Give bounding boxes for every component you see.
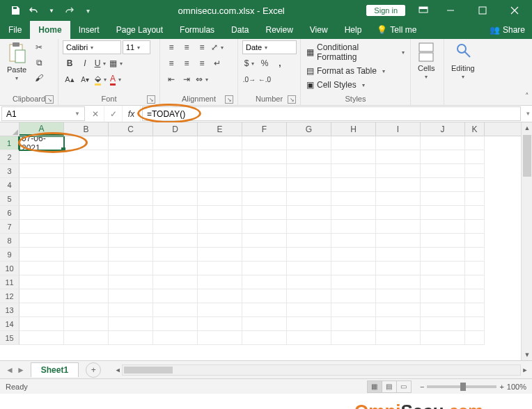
format-as-table-button[interactable]: ▤Format as Table▾: [305, 65, 406, 77]
cell[interactable]: [242, 289, 287, 303]
cell[interactable]: [198, 220, 242, 234]
cell[interactable]: [109, 150, 153, 164]
cell[interactable]: [465, 192, 485, 206]
cell[interactable]: [331, 164, 376, 178]
increase-font-icon[interactable]: A▴: [63, 72, 77, 86]
cell[interactable]: [109, 206, 153, 220]
scroll-right-icon[interactable]: ►: [520, 365, 530, 375]
collapse-ribbon-icon[interactable]: ˄: [525, 92, 529, 101]
cell[interactable]: [465, 303, 485, 317]
row-header[interactable]: 5: [0, 192, 19, 206]
cell[interactable]: [64, 331, 109, 345]
cell[interactable]: [376, 136, 421, 150]
cancel-formula-icon[interactable]: ✕: [86, 106, 104, 122]
row-header[interactable]: 12: [0, 289, 19, 303]
column-header[interactable]: K: [465, 122, 485, 136]
cell[interactable]: [287, 150, 331, 164]
cell[interactable]: [421, 178, 465, 192]
cell[interactable]: [465, 150, 485, 164]
cell[interactable]: [198, 262, 242, 275]
cell[interactable]: [421, 275, 465, 289]
cell[interactable]: [376, 248, 421, 262]
cell[interactable]: [19, 220, 64, 234]
cell[interactable]: [242, 192, 287, 206]
add-sheet-button[interactable]: +: [86, 362, 101, 378]
cell[interactable]: [376, 220, 421, 234]
border-icon[interactable]: ▦▾: [109, 56, 123, 70]
cell[interactable]: [198, 289, 242, 303]
number-format-combo[interactable]: Date▾: [242, 40, 297, 54]
cell[interactable]: [376, 234, 421, 248]
column-header[interactable]: E: [198, 122, 242, 136]
cell[interactable]: [465, 248, 485, 262]
cell[interactable]: [153, 164, 198, 178]
cell[interactable]: [465, 178, 485, 192]
decrease-indent-icon[interactable]: ⇤: [164, 72, 178, 86]
cell[interactable]: [198, 178, 242, 192]
cell[interactable]: [198, 150, 242, 164]
cell[interactable]: [465, 234, 485, 248]
cell[interactable]: [153, 275, 198, 289]
font-launcher[interactable]: ↘: [147, 95, 155, 104]
cell[interactable]: [198, 317, 242, 331]
font-color-icon[interactable]: A▾: [109, 72, 123, 86]
sheet-tab-active[interactable]: Sheet1: [31, 362, 79, 377]
cell[interactable]: [64, 303, 109, 317]
cell[interactable]: [242, 317, 287, 331]
redo-icon[interactable]: [61, 2, 78, 19]
select-all-button[interactable]: [0, 122, 19, 136]
cell[interactable]: [242, 178, 287, 192]
editing-button[interactable]: Editing▾: [448, 40, 478, 81]
decrease-decimal-icon[interactable]: ←.0: [258, 72, 272, 86]
tab-file[interactable]: File: [0, 21, 30, 39]
cell[interactable]: [287, 164, 331, 178]
cell[interactable]: [242, 303, 287, 317]
cell[interactable]: [376, 262, 421, 275]
scroll-left-icon[interactable]: ◄: [113, 365, 123, 375]
cell[interactable]: [242, 248, 287, 262]
cell[interactable]: [153, 248, 198, 262]
row-header[interactable]: 10: [0, 262, 19, 275]
cell[interactable]: [109, 192, 153, 206]
cell[interactable]: [242, 234, 287, 248]
cell[interactable]: [109, 317, 153, 331]
cell[interactable]: [331, 220, 376, 234]
cell[interactable]: [331, 317, 376, 331]
cell[interactable]: [109, 234, 153, 248]
cell[interactable]: [64, 178, 109, 192]
cell[interactable]: [153, 289, 198, 303]
cell[interactable]: [287, 136, 331, 150]
cell[interactable]: [376, 317, 421, 331]
cell[interactable]: [376, 178, 421, 192]
save-icon[interactable]: [7, 2, 24, 19]
cell[interactable]: [19, 234, 64, 248]
cell[interactable]: [19, 206, 64, 220]
cell[interactable]: [376, 150, 421, 164]
comma-icon[interactable]: ,: [273, 56, 287, 70]
cell[interactable]: [421, 262, 465, 275]
cell[interactable]: [19, 317, 64, 331]
tab-view[interactable]: View: [302, 21, 336, 39]
cell[interactable]: [331, 192, 376, 206]
alignment-launcher[interactable]: ↘: [225, 95, 233, 104]
row-header[interactable]: 9: [0, 248, 19, 262]
cell[interactable]: [331, 206, 376, 220]
cell[interactable]: [331, 331, 376, 345]
cell[interactable]: [64, 220, 109, 234]
ribbon-display-icon[interactable]: [412, 0, 435, 21]
formula-input[interactable]: =TODAY() ▾: [142, 106, 521, 121]
cell[interactable]: [153, 192, 198, 206]
cell[interactable]: [109, 331, 153, 345]
sheet-nav-prev-icon[interactable]: ◄: [6, 365, 14, 375]
cell[interactable]: [109, 164, 153, 178]
cell[interactable]: [331, 234, 376, 248]
cell[interactable]: 07-06-2021: [19, 136, 64, 150]
cell[interactable]: [64, 206, 109, 220]
zoom-slider[interactable]: [427, 385, 496, 388]
cell[interactable]: [421, 150, 465, 164]
row-header[interactable]: 6: [0, 206, 19, 220]
align-right-icon[interactable]: ≡: [195, 56, 209, 70]
column-header[interactable]: A: [19, 122, 64, 136]
cell[interactable]: [287, 178, 331, 192]
cell[interactable]: [64, 275, 109, 289]
